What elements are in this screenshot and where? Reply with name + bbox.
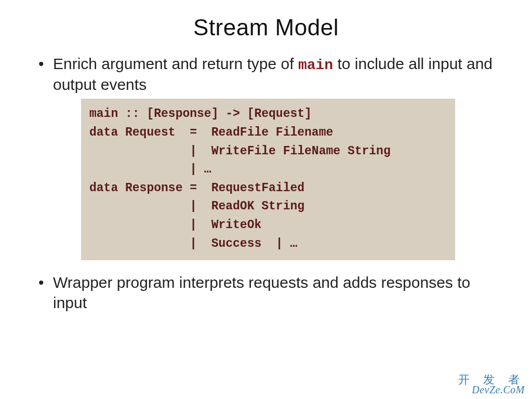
bullet-list-top: Enrich argument and return type of main … bbox=[35, 54, 501, 95]
code-content: main :: [Response] -> [Request] data Req… bbox=[89, 105, 447, 253]
slide: Stream Model Enrich argument and return … bbox=[0, 0, 532, 399]
inline-code-main: main bbox=[298, 57, 333, 73]
bullet-1-pre: Enrich argument and return type of bbox=[53, 55, 298, 72]
bullet-list-bottom: Wrapper program interprets requests and … bbox=[35, 273, 501, 313]
slide-title: Stream Model bbox=[31, 15, 501, 41]
code-block: main :: [Response] -> [Request] data Req… bbox=[81, 99, 455, 260]
watermark: 开 发 者 DevZe.CoM bbox=[458, 374, 525, 395]
bullet-2: Wrapper program interprets requests and … bbox=[35, 273, 501, 313]
bullet-1: Enrich argument and return type of main … bbox=[35, 54, 501, 95]
watermark-en: DevZe.CoM bbox=[458, 384, 525, 395]
